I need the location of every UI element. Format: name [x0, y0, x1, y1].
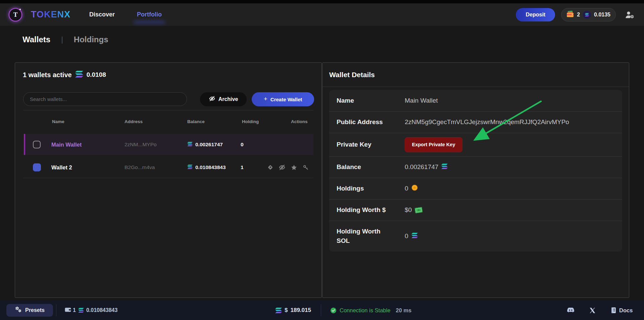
tab-wallets[interactable]: Wallets — [22, 35, 50, 44]
brand-logo[interactable]: T — [9, 8, 22, 21]
wallet-balance: 0.00261747 — [195, 142, 223, 148]
holding-worth-sol-label: Holding Worth SOL — [337, 227, 405, 245]
create-wallet-label: Create Wallet — [270, 97, 302, 102]
divider — [323, 87, 629, 87]
holdings-value: 0 — [405, 185, 408, 192]
nav-discover[interactable]: Discover — [89, 11, 115, 18]
solana-icon — [75, 71, 83, 79]
eye-off-icon[interactable] — [279, 164, 286, 171]
active-wallets-text: 1 wallets active — [23, 71, 72, 79]
tab-holdings[interactable]: Holdings — [74, 35, 108, 44]
wallet-address: B2Go...m4va — [125, 164, 155, 170]
solana-icon — [411, 232, 418, 240]
create-wallet-button[interactable]: + Create Wallet — [252, 92, 314, 106]
public-address-value[interactable]: 2zNM5g9CgecTmVLGJejzswrMnw2qemRJJfQ2Airv… — [405, 118, 569, 126]
price-value: 189.015 — [290, 307, 311, 314]
divider — [56, 304, 56, 316]
tab-separator: | — [61, 35, 63, 44]
connection-status-text: Connection is Stable — [340, 307, 390, 314]
docs-label: Docs — [619, 307, 633, 314]
coin-icon — [411, 184, 418, 193]
app-window: T TOKENX Discover Portfolio Deposit 2 0.… — [0, 0, 644, 320]
wallet-name[interactable]: Wallet 2 — [51, 164, 72, 171]
solana-icon — [275, 308, 282, 313]
latency-value: 20 ms — [396, 307, 411, 314]
column-address: Address — [125, 119, 143, 124]
wallet-holding: 1 — [241, 164, 244, 170]
name-value: Main Wallet — [405, 97, 438, 104]
connection-status: Connection is Stable 20 ms — [330, 301, 411, 320]
holding-worth-sol-value: 0 — [405, 232, 408, 240]
presets-label: Presets — [25, 307, 45, 313]
navbar: T TOKENX Discover Portfolio Deposit 2 0.… — [0, 3, 644, 26]
active-wallet-count: 2 — [577, 12, 580, 18]
column-holding: Holding — [242, 119, 259, 124]
docs-link[interactable]: Docs — [611, 301, 633, 320]
plus-icon: + — [264, 95, 267, 103]
eye-off-icon — [209, 95, 215, 103]
balance-value: 0.00261747 — [405, 163, 438, 171]
wallet-details-panel: Wallet Details Name Main Wallet Public A… — [322, 62, 629, 298]
navbar-right: Deposit 2 0.0135 — [516, 8, 635, 21]
solana-icon — [187, 164, 193, 170]
active-wallets-sol: 0.0108 — [87, 71, 106, 78]
divider — [321, 304, 321, 316]
x-twitter-icon[interactable] — [589, 301, 596, 320]
status-bar: Presets 1 0.010843843 $ 189.015 C — [0, 301, 644, 320]
wallet-summary-pill[interactable]: 2 0.0135 — [561, 8, 616, 21]
star-icon[interactable] — [290, 164, 297, 171]
wallet-emoji-icon — [566, 11, 574, 19]
account-settings-icon[interactable] — [624, 9, 635, 20]
wallet-address: 2zNM...MYPo — [125, 142, 157, 148]
deposit-button[interactable]: Deposit — [516, 8, 555, 21]
nav-portfolio[interactable]: Portfolio — [137, 11, 162, 18]
solana-icon — [441, 163, 448, 171]
sol-price: $ 189.015 — [275, 301, 311, 320]
page-tabs: Wallets | Holdings — [22, 35, 108, 44]
logo-letter: T — [13, 11, 18, 18]
brand-name: TOKENX — [31, 9, 70, 20]
row-actions — [267, 164, 309, 171]
holding-worth-usd-value: $0 — [405, 206, 412, 214]
footer-wallet-stat[interactable]: 1 0.010843843 — [65, 301, 117, 320]
search-wallets-input[interactable] — [23, 92, 187, 106]
presets-button[interactable]: Presets — [6, 304, 53, 317]
wallet-holding: 0 — [241, 142, 244, 148]
docs-icon — [611, 307, 616, 314]
table-row[interactable]: Main Wallet 2zNM...MYPo 0.00261747 0 — [24, 134, 313, 155]
solana-icon — [78, 308, 84, 313]
public-address-label: Public Address — [337, 117, 405, 127]
holding-worth-usd-label: Holding Worth $ — [337, 205, 405, 215]
top-strip — [0, 0, 644, 3]
navbar-sol-balance: 0.0135 — [594, 12, 610, 18]
main-nav: Discover Portfolio — [89, 11, 162, 18]
export-private-key-button[interactable]: Export Private Key — [405, 137, 462, 152]
gears-icon — [15, 306, 22, 314]
column-name: Name — [52, 119, 64, 124]
wallets-summary: 1 wallets active 0.0108 — [23, 71, 106, 79]
column-balance: Balance — [187, 119, 205, 124]
divider — [23, 110, 313, 110]
wallet-checkbox[interactable] — [33, 141, 41, 148]
cash-icon — [414, 207, 423, 213]
name-label: Name — [337, 96, 405, 105]
holdings-label: Holdings — [337, 184, 405, 193]
balance-label: Balance — [337, 162, 405, 172]
footer-wallet-count: 1 — [73, 307, 76, 313]
wallet-details-card: Name Main Wallet Public Address 2zNM5g9C… — [329, 90, 622, 252]
archive-button[interactable]: Archive — [200, 92, 247, 106]
price-currency: $ — [285, 307, 288, 314]
solana-icon — [187, 142, 193, 148]
column-actions: Actions — [291, 119, 308, 124]
wallet-checkbox[interactable] — [33, 163, 41, 171]
wallet-name[interactable]: Main Wallet — [51, 141, 82, 148]
send-icon[interactable] — [267, 164, 274, 171]
wallet-balance: 0.010843843 — [195, 164, 226, 170]
footer-wallet-sol: 0.010843843 — [86, 307, 117, 313]
check-circle-icon — [330, 307, 337, 314]
key-icon[interactable] — [302, 164, 309, 171]
discord-icon[interactable] — [566, 301, 575, 320]
panel-title: Wallet Details — [329, 71, 375, 79]
private-key-label: Private Key — [337, 140, 405, 149]
table-row[interactable]: Wallet 2 B2Go...m4va 0.010843843 1 — [24, 157, 313, 177]
